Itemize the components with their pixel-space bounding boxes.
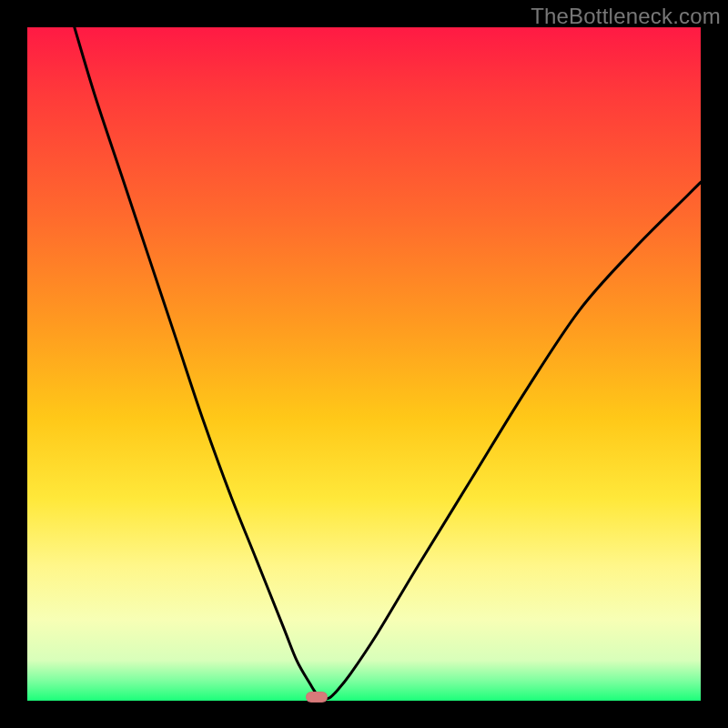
minimum-marker (306, 692, 328, 703)
watermark-text: TheBottleneck.com (531, 4, 721, 29)
chart-frame: TheBottleneck.com (0, 0, 728, 728)
plot-area (27, 27, 701, 701)
bottleneck-curve (27, 27, 701, 701)
